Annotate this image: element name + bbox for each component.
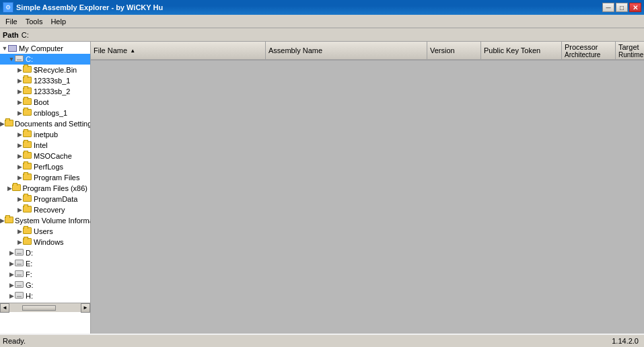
tree-folder-windows[interactable]: ▶Windows (0, 237, 90, 247)
tree-panel[interactable]: ▼My Computer▼C:▶$Recycle.Bin▶12333sb_1▶1… (0, 42, 91, 303)
tree-drive-h[interactable]: ▶H: (0, 291, 90, 301)
title-bar-controls: ─ □ ✕ (602, 3, 641, 12)
tree-root[interactable]: ▼My Computer (0, 43, 90, 54)
col-header-target[interactable]: Target Runtime (616, 42, 644, 59)
menu-tools[interactable]: Tools (22, 15, 47, 28)
main-content: ▼My Computer▼C:▶$Recycle.Bin▶12333sb_1▶1… (0, 42, 644, 334)
title-bar-left: ⚙ Simple Assembly Explorer - by WiCKY Hu (3, 2, 163, 13)
tree-folder-program-files[interactable]: ▶Program Files (0, 172, 90, 183)
tree-drive-d[interactable]: ▶D: (0, 247, 90, 258)
col-header-filename[interactable]: File Name ▲ (91, 42, 266, 59)
tree-folder-inetpub[interactable]: ▶inetpub (0, 129, 90, 140)
app-icon: ⚙ (3, 2, 13, 13)
tree-folder-users[interactable]: ▶Users (0, 226, 90, 237)
tree-panel-area: ▼My Computer▼C:▶$Recycle.Bin▶12333sb_1▶1… (0, 42, 91, 334)
tree-folder-recovery[interactable]: ▶Recovery (0, 204, 90, 215)
maximize-button[interactable]: □ (616, 3, 628, 12)
menu-help[interactable]: Help (46, 15, 70, 28)
col-header-processor[interactable]: Processor Architecture (562, 42, 616, 59)
close-button[interactable]: ✕ (629, 3, 641, 12)
tree-scroll-thumb[interactable] (22, 305, 56, 311)
right-panel: File Name ▲ Assembly Name Version Public… (91, 42, 644, 334)
col-header-pubkey[interactable]: Public Key Token (481, 42, 562, 59)
tree-drive-g[interactable]: ▶G: (0, 280, 90, 291)
tree-folder-boot[interactable]: ▶Boot (0, 97, 90, 108)
sort-icon: ▲ (130, 48, 135, 54)
tree-drive-c[interactable]: ▼C: (0, 54, 90, 65)
col-header-version[interactable]: Version (427, 42, 481, 59)
status-version: 1.14.2.0 (612, 337, 639, 345)
tree-folder-cnblogs-1[interactable]: ▶cnblogs_1 (0, 108, 90, 118)
tree-folder-12333sb-1[interactable]: ▶12333sb_1 (0, 75, 90, 86)
tree-folder-12333sb-2[interactable]: ▶12333sb_2 (0, 86, 90, 97)
tree-folder-program-files--x86-[interactable]: ▶Program Files (x86) (0, 183, 90, 194)
tree-folder-msocache[interactable]: ▶MSOCache (0, 151, 90, 161)
minimize-button[interactable]: ─ (602, 3, 614, 12)
tree-folder-documents-and-settings[interactable]: ▶Documents and Settings (0, 118, 90, 129)
tree-hscrollbar[interactable]: ◄ ► (0, 303, 90, 312)
tree-scroll-left[interactable]: ◄ (0, 303, 9, 313)
path-bar: Path C: (0, 28, 644, 42)
tree-folder-intel[interactable]: ▶Intel (0, 140, 90, 151)
menu-bar: File Tools Help (0, 15, 644, 28)
path-value: C: (22, 31, 29, 39)
menu-file[interactable]: File (1, 15, 22, 28)
status-bar: Ready. 1.14.2.0 (0, 334, 644, 347)
tree-folder-system-volume-informatio[interactable]: ▶System Volume Informatio (0, 215, 90, 226)
col-header-assembly[interactable]: Assembly Name (266, 42, 427, 59)
tree-drive-e[interactable]: ▶E: (0, 258, 90, 269)
status-text: Ready. (3, 337, 26, 345)
tree-scroll-right[interactable]: ► (81, 303, 90, 313)
tree-drive-f[interactable]: ▶F: (0, 269, 90, 280)
list-header: File Name ▲ Assembly Name Version Public… (91, 42, 644, 61)
tree-scroll-track (19, 305, 71, 311)
tree-folder--recycle-bin[interactable]: ▶$Recycle.Bin (0, 65, 90, 75)
tree-folder-perflogs[interactable]: ▶PerfLogs (0, 161, 90, 172)
tree-folder-programdata[interactable]: ▶ProgramData (0, 194, 90, 204)
title-bar-text: Simple Assembly Explorer - by WiCKY Hu (16, 3, 163, 11)
title-bar: ⚙ Simple Assembly Explorer - by WiCKY Hu… (0, 0, 644, 15)
path-label: Path (3, 31, 19, 39)
list-content[interactable] (91, 61, 644, 334)
